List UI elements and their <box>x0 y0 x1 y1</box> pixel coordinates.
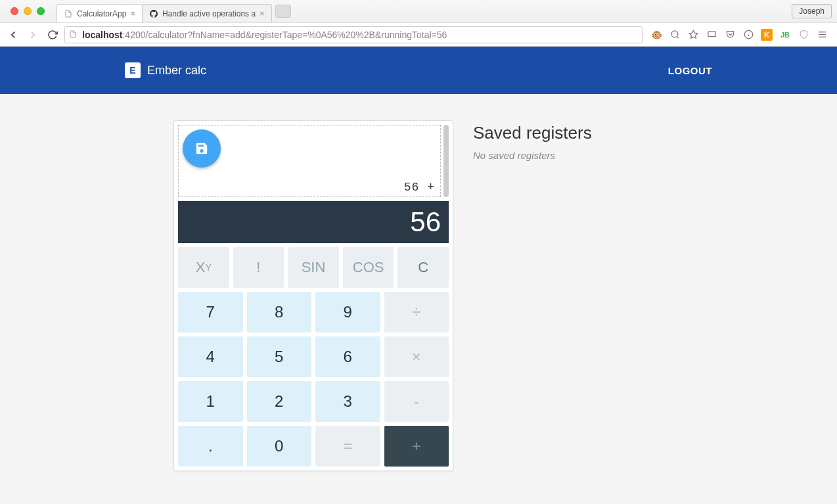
tabs: CalculatorApp × Handle active operations… <box>57 0 291 22</box>
tab-calculator-app[interactable]: CalculatorApp × <box>57 4 143 22</box>
calc-display: 56 <box>178 201 449 243</box>
tab-bar: CalculatorApp × Handle active operations… <box>0 0 837 22</box>
bookmark-icon[interactable] <box>687 29 699 41</box>
saved-registers-title: Saved registers <box>473 123 837 143</box>
decimal-button[interactable]: . <box>178 426 243 467</box>
num-row-1: 7 8 9 ÷ <box>178 292 449 332</box>
num-row-2: 4 5 6 × <box>178 336 449 377</box>
num-row-4: . 0 = + <box>178 426 449 467</box>
close-tab-icon[interactable]: × <box>130 9 135 18</box>
maximize-window-button[interactable] <box>37 7 45 15</box>
function-row: XY ! SIN COS C <box>178 247 449 288</box>
profile-button[interactable]: Joseph <box>792 4 832 18</box>
toolbar-icons: 🐵 K JB <box>646 29 832 41</box>
factorial-button[interactable]: ! <box>233 247 284 288</box>
cos-button[interactable]: COS <box>343 247 394 288</box>
divide-button[interactable]: ÷ <box>384 292 449 332</box>
new-tab-button[interactable] <box>275 5 291 18</box>
digit-5[interactable]: 5 <box>247 336 312 377</box>
saved-registers-panel: Saved registers No saved registers <box>473 120 837 161</box>
back-button[interactable] <box>5 27 21 43</box>
pocket-icon[interactable] <box>724 29 736 41</box>
tab-github[interactable]: Handle active operations a × <box>142 4 272 22</box>
menu-icon[interactable] <box>816 29 828 41</box>
page-content: E Ember calc LOGOUT 56 + 56 XY ! SIN COS <box>0 47 837 504</box>
power-button[interactable]: XY <box>178 247 229 288</box>
url-bar[interactable]: localhost :4200/calculator?fnName=add&re… <box>64 26 643 43</box>
add-button[interactable]: + <box>384 426 449 467</box>
calculator: 56 + 56 XY ! SIN COS C 7 8 9 ÷ 4 5 <box>173 120 453 471</box>
multiply-button[interactable]: × <box>384 336 449 377</box>
forward-button[interactable] <box>25 27 41 43</box>
digit-6[interactable]: 6 <box>315 336 380 377</box>
shield-icon[interactable] <box>798 29 809 41</box>
url-host: localhost <box>82 30 122 40</box>
close-tab-icon[interactable]: × <box>260 9 265 18</box>
digit-8[interactable]: 8 <box>247 292 312 332</box>
digit-7[interactable]: 7 <box>178 292 243 332</box>
zoom-icon[interactable] <box>669 29 681 41</box>
minimize-window-button[interactable] <box>24 7 32 15</box>
svg-marker-2 <box>689 30 698 38</box>
digit-2[interactable]: 2 <box>247 381 312 422</box>
equals-button[interactable]: = <box>315 426 380 467</box>
ext-icon-jb[interactable]: JB <box>779 29 791 41</box>
logout-button[interactable]: LOGOUT <box>668 65 712 76</box>
github-icon <box>149 9 158 18</box>
tape-wrap: 56 + <box>178 125 449 197</box>
register-tape: 56 + <box>178 125 441 197</box>
tab-title: Handle active operations a <box>162 9 256 18</box>
info-icon[interactable] <box>742 29 754 41</box>
page-icon <box>64 9 73 18</box>
digit-0[interactable]: 0 <box>247 426 312 467</box>
digit-1[interactable]: 1 <box>178 381 243 422</box>
saved-registers-empty: No saved registers <box>473 150 837 161</box>
url-rest: :4200/calculator?fnName=add&registerTape… <box>122 30 447 40</box>
browser-chrome: CalculatorApp × Handle active operations… <box>0 0 837 47</box>
sin-button[interactable]: SIN <box>288 247 339 288</box>
toolbar: localhost :4200/calculator?fnName=add&re… <box>0 22 837 46</box>
traffic-lights <box>5 7 50 15</box>
reload-button[interactable] <box>45 27 60 43</box>
cast-icon[interactable] <box>706 29 717 41</box>
tab-title: CalculatorApp <box>77 9 126 18</box>
digit-3[interactable]: 3 <box>315 381 380 422</box>
svg-line-1 <box>677 36 679 38</box>
svg-point-0 <box>671 31 677 37</box>
svg-rect-3 <box>708 32 715 37</box>
clear-button[interactable]: C <box>397 247 449 288</box>
subtract-button[interactable]: - <box>384 381 449 422</box>
save-register-button[interactable] <box>183 129 221 168</box>
close-window-button[interactable] <box>11 7 18 15</box>
ext-icon-k[interactable]: K <box>761 29 773 41</box>
main: 56 + 56 XY ! SIN COS C 7 8 9 ÷ 4 5 <box>0 94 837 497</box>
app-title: Ember calc <box>147 64 206 78</box>
page-icon <box>69 30 78 39</box>
ext-icon-1[interactable]: 🐵 <box>650 29 662 41</box>
digit-4[interactable]: 4 <box>178 336 243 377</box>
num-row-3: 1 2 3 - <box>178 381 449 422</box>
logo-icon: E <box>125 62 141 78</box>
tape-text: 56 + <box>404 181 435 194</box>
app-header: E Ember calc LOGOUT <box>0 47 837 94</box>
tape-scrollbar[interactable] <box>443 125 449 197</box>
digit-9[interactable]: 9 <box>315 292 380 332</box>
